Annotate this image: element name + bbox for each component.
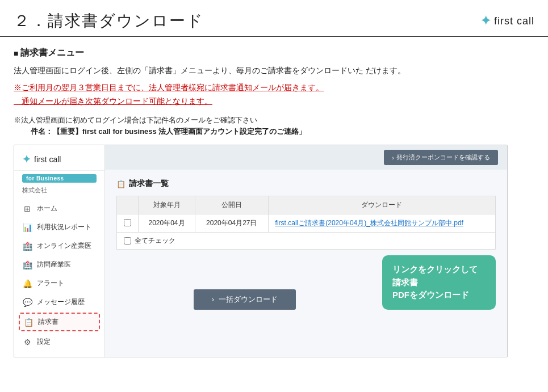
chevron-right-icon: › (212, 295, 214, 304)
table-header-download: ダウンロード (268, 196, 495, 214)
row-date: 2020年04月27日 (195, 214, 269, 233)
sidebar-logo: ✦ first call (14, 145, 104, 171)
chevron-right-icon: › (392, 154, 394, 161)
row-download-link[interactable]: first.callご請求書(2020年04月)_株式会社同館サンプル部中.pd… (268, 214, 495, 233)
table-header-checkbox (117, 196, 139, 214)
sidebar-logo-icon: ✦ (22, 153, 31, 166)
row-checkbox[interactable] (124, 219, 131, 226)
bulk-download-button[interactable]: › 一括ダウンロード (194, 289, 296, 310)
mockup-main-panel: › 発行済クーポンコードを確認する 📋 請求書一覧 対象年月 公開日 ダ (105, 145, 507, 357)
visit-doctor-icon: 🏥 (22, 260, 32, 269)
report-icon: 📊 (22, 223, 32, 232)
alert-icon: 🔔 (22, 279, 32, 288)
mockup-container: ✦ first call for Business 株式会社 ⊞ ホーム 📊 利… (14, 145, 508, 357)
sidebar-item-label: ホーム (37, 204, 57, 213)
header-logo-text: first call (494, 15, 534, 27)
main-content: 請求書メニュー 法人管理画面にログイン後、左側の「請求書」メニューより、毎月のご… (0, 37, 548, 364)
sidebar-item-label: アラート (37, 279, 64, 288)
settings-icon: ⚙ (22, 338, 32, 347)
header-logo: ✦ first call (480, 14, 534, 28)
sidebar-item-settings[interactable]: ⚙ 設定 (14, 332, 104, 351)
coupon-button[interactable]: › 発行済クーポンコードを確認する (384, 150, 498, 165)
row-month: 2020年04月 (139, 214, 195, 233)
tooltip-text: リンクをクリックして請求書PDFをダウンロード (392, 264, 478, 300)
sidebar-item-home[interactable]: ⊞ ホーム (14, 199, 104, 218)
main-topbar: › 発行済クーポンコードを確認する (105, 145, 507, 170)
online-doctor-icon: 🏥 (22, 242, 32, 251)
sidebar-item-label: オンライン産業医 (37, 241, 91, 251)
sidebar-badge: for Business (22, 174, 97, 183)
sidebar-item-visit-doctor[interactable]: 🏥 訪問産業医 (14, 255, 104, 274)
invoice-icon: 📋 (23, 318, 34, 327)
red-notice-text: ※ご利用月の翌月３営業日目までに、法人管理者様宛に請求書通知メールが届きます。 … (14, 81, 534, 109)
invoice-table: 対象年月 公開日 ダウンロード 2020年04月 2020年04月27日 (116, 196, 496, 233)
description-text: 法人管理画面にログイン後、左側の「請求書」メニューより、毎月のご請求書をダウンロ… (14, 65, 534, 78)
sidebar-item-label: 設定 (37, 337, 51, 347)
sidebar-item-report[interactable]: 📊 利用状況レポート (14, 218, 104, 237)
sidebar-item-alert[interactable]: 🔔 アラート (14, 274, 104, 293)
page-header: ２．請求書ダウンロード ✦ first call (0, 0, 548, 37)
sidebar-item-label: メッセージ履歴 (37, 297, 85, 307)
sidebar-item-online-doctor[interactable]: 🏥 オンライン産業医 (14, 237, 104, 255)
sidebar-logo-text: first call (34, 155, 61, 164)
sidebar-item-label: 訪問産業医 (37, 260, 71, 269)
messages-icon: 💬 (22, 298, 32, 307)
tooltip-bubble: リンクをクリックして請求書PDFをダウンロード (382, 255, 496, 310)
sidebar-nav: ⊞ ホーム 📊 利用状況レポート 🏥 オンライン産業医 🏥 訪問産業医 🔔 (14, 199, 104, 351)
sidebar-item-label: 利用状況レポート (37, 222, 91, 232)
check-all-checkbox[interactable] (124, 237, 131, 245)
invoice-section-title: 📋 請求書一覧 (116, 179, 496, 189)
table-header-date: 公開日 (195, 196, 269, 214)
page-title: ２．請求書ダウンロード (14, 10, 204, 32)
row-checkbox-cell[interactable] (117, 214, 139, 233)
mockup-sidebar: ✦ first call for Business 株式会社 ⊞ ホーム 📊 利… (14, 145, 105, 357)
section-heading: 請求書メニュー (14, 47, 534, 59)
download-btn-row: › 一括ダウンロード (116, 289, 373, 310)
check-all-row: 全てチェック (116, 233, 496, 250)
header-logo-icon: ✦ (480, 14, 491, 28)
invoice-main-content: 📋 請求書一覧 対象年月 公開日 ダウンロード (105, 170, 507, 319)
invoice-list-icon: 📋 (116, 180, 126, 188)
check-all-label: 全てチェック (135, 236, 175, 246)
home-icon: ⊞ (22, 204, 32, 213)
table-row: 2020年04月 2020年04月27日 first.callご請求書(2020… (117, 214, 496, 233)
sidebar-item-invoice[interactable]: 📋 請求書 (19, 313, 100, 331)
table-header-month: 対象年月 (139, 196, 195, 214)
sidebar-item-messages[interactable]: 💬 メッセージ履歴 (14, 293, 104, 311)
note-text: ※法人管理画面に初めてログイン場合は下記件名のメールをご確認下さい 件名：【重要… (14, 115, 534, 138)
sidebar-item-label: 請求書 (38, 317, 58, 327)
sidebar-company: 株式会社 (14, 185, 104, 199)
